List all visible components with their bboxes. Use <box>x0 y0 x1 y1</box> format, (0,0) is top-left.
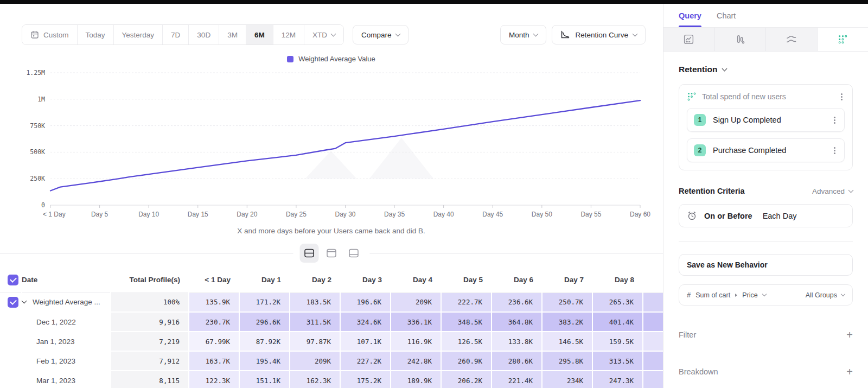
range-button-12m[interactable]: 12M <box>273 25 304 44</box>
range-button-today[interactable]: Today <box>78 25 114 44</box>
flows-waves-icon <box>786 35 797 44</box>
compare-button[interactable]: Compare <box>353 25 409 44</box>
value-cell-day-2: 311.5K <box>290 312 340 332</box>
value-cell-day-5: 206.2K <box>441 371 492 388</box>
value-cell-day-8: 247.3K <box>592 371 643 388</box>
kebab-menu-icon[interactable] <box>834 119 835 121</box>
value-cell-day-1: 195.4K <box>239 351 290 371</box>
value-cell-day-4: 116.9K <box>391 332 441 351</box>
svg-text:Day 30: Day 30 <box>335 211 355 218</box>
range-button-custom[interactable]: Custom <box>22 25 78 44</box>
alarm-clock-icon <box>687 211 697 221</box>
granularity-dropdown[interactable]: Month <box>500 25 547 44</box>
value-cell-day-1: 151.1K <box>239 371 290 388</box>
filter-section-row: Filter + <box>679 329 853 340</box>
range-button-yesterday[interactable]: Yesterday <box>114 25 163 44</box>
value-cell-day-0: 122.3K <box>189 371 239 388</box>
split-view-button[interactable] <box>300 244 319 263</box>
chart-only-view-button[interactable] <box>322 244 341 263</box>
report-tab-funnels[interactable] <box>715 28 767 51</box>
kebab-menu-icon[interactable] <box>841 96 843 98</box>
svg-text:Day 25: Day 25 <box>286 211 307 218</box>
chart-type-dropdown[interactable]: Retention Curve <box>552 25 646 44</box>
chart-legend: Weighted Average Value <box>10 55 653 63</box>
timing-unit-label: Each Day <box>763 212 797 220</box>
range-button-30d[interactable]: 30D <box>189 25 219 44</box>
divider <box>679 241 853 242</box>
value-cell-day-1: 296.6K <box>239 312 290 332</box>
svg-text:Day 50: Day 50 <box>532 211 552 218</box>
row-label-cell: Feb 1, 2023 <box>22 351 111 371</box>
row-select-cell <box>0 351 22 371</box>
value-cell-day-3: 324.6K <box>340 312 391 332</box>
column-header-total-profile-s-[interactable]: Total Profile(s) <box>111 268 189 292</box>
column-header-day-8[interactable]: Day 8 <box>592 268 643 292</box>
retention-line-chart[interactable]: 0250K500K750K1M1.25M< 1 DayDay 5Day 10Da… <box>10 65 663 227</box>
chevron-down-icon <box>533 31 539 36</box>
svg-text:Day 40: Day 40 <box>433 211 454 218</box>
select-all-cell <box>0 268 22 292</box>
column-header-date[interactable]: Date <box>22 268 111 292</box>
select-all-checkbox[interactable] <box>8 275 18 285</box>
timing-mode-label: On or Before <box>704 212 752 220</box>
value-cell-day-4: 189.9K <box>391 371 441 388</box>
svg-text:250K: 250K <box>30 175 45 182</box>
value-cell-day-7: 383.2K <box>542 312 592 332</box>
svg-text:Day 20: Day 20 <box>237 211 257 218</box>
filter-label: Filter <box>679 330 696 339</box>
table-row: Mar 1, 20238,115122.3K151.1K162.3K175.2K… <box>0 371 663 388</box>
value-cell-partial <box>643 332 663 351</box>
table-only-view-button[interactable] <box>344 244 363 263</box>
add-filter-button[interactable]: + <box>846 329 853 340</box>
column-header-day-5[interactable]: Day 5 <box>441 268 492 292</box>
range-label: 3M <box>227 31 238 39</box>
save-as-new-behavior-button[interactable]: Save as New Behavior <box>679 254 853 276</box>
column-header-day-3[interactable]: Day 3 <box>340 268 391 292</box>
range-button-6m[interactable]: 6M <box>246 25 273 44</box>
row-label: Jan 1, 2023 <box>36 338 75 346</box>
report-tab-flows[interactable] <box>766 28 818 51</box>
table-header-row: DateTotal Profile(s)< 1 DayDay 1Day 2Day… <box>0 268 663 292</box>
value-cell-partial <box>643 312 663 332</box>
range-button-xtd[interactable]: XTD <box>304 25 343 44</box>
value-cell-day-6: 364.8K <box>492 312 542 332</box>
column-header-day-1[interactable]: Day 1 <box>239 268 290 292</box>
behavior-card-header: Total spend of new users <box>687 92 845 101</box>
tab-query[interactable]: Query <box>679 4 701 27</box>
criteria-mode-dropdown[interactable]: Advanced <box>812 187 853 195</box>
tab-chart[interactable]: Chart <box>717 4 736 27</box>
report-tab-retention[interactable] <box>818 28 868 51</box>
column-header-day-7[interactable]: Day 7 <box>542 268 592 292</box>
compare-label: Compare <box>361 31 392 39</box>
chart-type-label: Retention Curve <box>575 31 628 39</box>
add-breakdown-button[interactable]: + <box>846 366 853 377</box>
groups-dropdown[interactable]: All Groups <box>806 291 845 299</box>
report-tab-insights[interactable] <box>663 28 715 51</box>
svg-text:1.25M: 1.25M <box>26 69 45 77</box>
value-cell-day-3: 196.6K <box>340 292 391 312</box>
row-label-cell: Dec 1, 2022 <box>22 312 111 332</box>
svg-text:1M: 1M <box>37 96 45 103</box>
funnels-bars-icon <box>735 34 745 44</box>
row-checkbox[interactable] <box>8 297 18 308</box>
column-header-day-2[interactable]: Day 2 <box>290 268 340 292</box>
column-header-day-4[interactable]: Day 4 <box>391 268 441 292</box>
svg-text:0: 0 <box>41 201 45 209</box>
value-cell-day-2: 183.5K <box>290 292 340 312</box>
criteria-timing-card[interactable]: On or Before Each Day <box>679 204 853 227</box>
column-header-day-6[interactable]: Day 6 <box>492 268 542 292</box>
behavior-step-1[interactable]: 1 Sign Up Completed <box>687 108 845 132</box>
kebab-menu-icon[interactable] <box>834 150 835 151</box>
measurement-row[interactable]: # Sum of cart Price All Groups <box>679 284 853 306</box>
expand-row-chevron-icon[interactable] <box>22 298 27 304</box>
value-cell-day-5: 260.9K <box>441 351 492 371</box>
value-cell-day-6: 280.6K <box>492 351 542 371</box>
behavior-step-2[interactable]: 2 Purchase Completed <box>687 138 845 162</box>
range-button-7d[interactable]: 7D <box>163 25 189 44</box>
column-header--1-day[interactable]: < 1 Day <box>189 268 239 292</box>
range-button-3m[interactable]: 3M <box>219 25 246 44</box>
retention-section-label: Retention <box>679 65 717 74</box>
retention-section-header[interactable]: Retention <box>679 65 853 74</box>
tab-query-label: Query <box>679 11 701 20</box>
groups-label: All Groups <box>806 291 837 299</box>
